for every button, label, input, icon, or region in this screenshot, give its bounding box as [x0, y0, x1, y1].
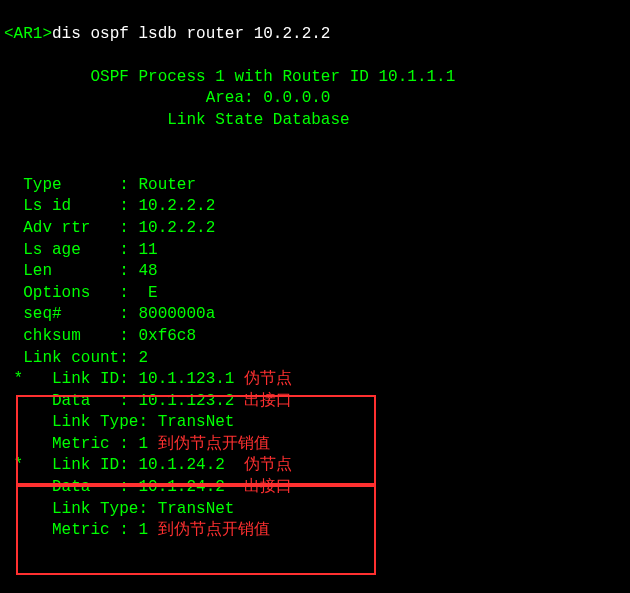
annotation-metric: 到伪节点开销值	[158, 521, 270, 539]
annotation-pseudo-node: 伪节点	[244, 370, 292, 388]
link-entry-1: * Link ID: 10.1.24.2 伪节点	[4, 456, 292, 474]
ospf-area-header: Area: 0.0.0.0	[4, 89, 330, 107]
link-entry-0-metric: Metric : 1 到伪节点开销值	[4, 435, 270, 453]
link-entry-1-data: Data : 10.1.24.2 出接口	[4, 478, 292, 496]
field-type: Type : Router	[4, 176, 196, 194]
ospf-lsdb-header: Link State Database	[4, 111, 350, 129]
annotation-out-interface: 出接口	[244, 478, 292, 496]
link-entry-0-data: Data : 10.1.123.2 出接口	[4, 392, 292, 410]
field-chksum: chksum : 0xf6c8	[4, 327, 196, 345]
terminal-output: <AR1>dis ospf lsdb router 10.2.2.2 OSPF …	[0, 0, 630, 587]
field-lsage: Ls age : 11	[4, 241, 158, 259]
field-advrtr: Adv rtr : 10.2.2.2	[4, 219, 215, 237]
field-seq: seq# : 8000000a	[4, 305, 215, 323]
link-entry-0: * Link ID: 10.1.123.1 伪节点	[4, 370, 292, 388]
link-entry-1-type: Link Type: TransNet	[4, 500, 234, 518]
annotation-out-interface: 出接口	[244, 392, 292, 410]
ospf-process-header: OSPF Process 1 with Router ID 10.1.1.1	[4, 68, 455, 86]
shell-prompt: <AR1>	[4, 25, 52, 43]
field-options: Options : E	[4, 284, 158, 302]
annotation-metric: 到伪节点开销值	[158, 435, 270, 453]
link-entry-0-type: Link Type: TransNet	[4, 413, 234, 431]
field-len: Len : 48	[4, 262, 158, 280]
link-entry-1-metric: Metric : 1 到伪节点开销值	[4, 521, 270, 539]
annotation-pseudo-node: 伪节点	[244, 456, 292, 474]
field-linkcount: Link count: 2	[4, 349, 148, 367]
field-lsid: Ls id : 10.2.2.2	[4, 197, 215, 215]
shell-command[interactable]: dis ospf lsdb router 10.2.2.2	[52, 25, 330, 43]
